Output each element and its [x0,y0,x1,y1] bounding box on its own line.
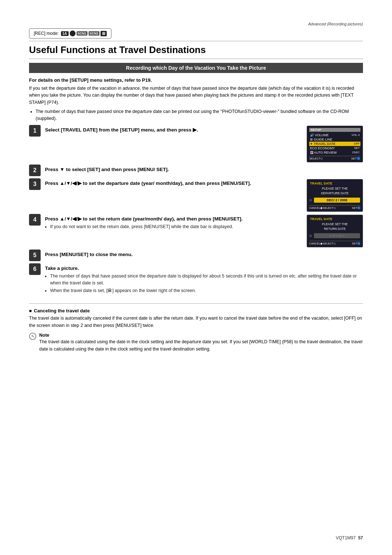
return-date-screen: TRAVEL DATE PLEASE SET THE RETURN DATE ⊙… [307,215,363,247]
icon-film: ⊞ [101,31,107,36]
icon-1a: 1A [61,31,69,36]
step-2-number: 2 [29,165,41,176]
setup-menu-screen: SETUP 🔊 VOLUMEVOL.3 ⊞ GUIDE LINE ✈ TRAVE… [307,126,363,162]
return-text2: RETURN DATE [309,227,360,231]
step-5-content: Press [MENU/SET] to close the menu. [45,250,363,258]
setup-row-travel: ✈ TRAVEL DATEOFF [309,142,360,146]
step-2-content: Press ▼ to select [SET] and then press [… [45,165,363,173]
bullet-list: The number of days that have passed sinc… [36,108,363,122]
departure-title: TRAVEL DATE [309,181,360,186]
setup-row-economy: ECO ECONOMYSET [309,146,360,150]
steps-area: 1 Select [TRAVEL DATE] from the [SETUP] … [29,125,363,299]
canceling-body: The travel date is automatically cancele… [29,315,363,329]
note-body1: The travel date is calculated using the … [39,339,363,353]
step-6-number: 6 [29,263,41,275]
canceling-header: Canceling the travel date [29,308,363,313]
departure-text1: PLEASE SET THE [309,187,360,190]
note-content: Note The travel date is calculated using… [39,333,363,355]
bold-intro: For details on the [SETUP] menu settings… [29,77,363,83]
footer-code: VQT1M97 [336,535,356,540]
return-text1: PLEASE SET THE [309,222,360,226]
rec-mode-label: [REC] mode: [34,31,59,36]
setup-menu-footer: SELECT◇ SET🔵 [309,156,360,160]
note-icon: ✎ [29,333,36,341]
departure-icon: ⊙ [309,198,312,202]
setup-footer-right: SET🔵 [351,157,360,160]
step-1-row: 1 Select [TRAVEL DATE] from the [SETUP] … [29,125,363,162]
section-header: Recording which Day of the Vacation You … [29,63,363,73]
icon-scn2: SCN2 [89,31,99,36]
step-6-sub-2: When the travel date is set, [🏛] appears… [50,287,363,294]
step-5-number: 5 [29,250,41,261]
step-2-row: 2 Press ▼ to select [SET] and then press… [29,165,363,176]
icon-scn1: SCN1 [77,31,87,36]
step-4-screenshot: TRAVEL DATE PLEASE SET THE RETURN DATE ⊙… [307,215,363,247]
departure-date-screen: TRAVEL DATE PLEASE SET THE DEPARTURE DAT… [307,179,363,212]
step-6-content: Take a picture. The number of days that … [45,263,363,297]
step-5-row: 5 Press [MENU/SET] to close the menu. [29,250,363,261]
return-footer-left: CANCEL◉SELECT◇ [309,242,336,245]
setup-row-autoreview: 🖼 AUTO REVIEW2SEC [309,150,360,155]
advanced-label: Advanced (Recording pictures) [29,22,363,26]
step-3-row: 3 Press ▲/▼/◀/▶ to set the departure dat… [29,178,363,212]
departure-date-value: DEC/ 2 / 2008 [314,198,360,203]
setup-menu-title: SETUP [309,128,360,132]
footer-page: 57 [358,535,363,540]
return-icon: ⊙ [309,234,312,238]
step-1-screenshot: SETUP 🔊 VOLUMEVOL.3 ⊞ GUIDE LINE ✈ TRAVE… [307,126,363,162]
step-6-row: 6 Take a picture. The number of days tha… [29,263,363,297]
rec-mode-bar: [REC] mode: 1A SCN1 SCN2 ⊞ [29,28,111,39]
section-divider [29,303,363,304]
step-1-main: Select [TRAVEL DATE] from the [SETUP] me… [45,126,302,134]
return-footer-right: SET🔵 [352,242,360,245]
page-title: Useful Functions at Travel Destinations [29,41,363,59]
setup-footer-left: SELECT◇ [309,157,323,160]
bullet-item-1: The number of days that have passed sinc… [36,108,363,122]
step-4-row: 4 Press ▲/▼/◀/▶ to set the return date (… [29,214,363,247]
step-3-content: Press ▲/▼/◀/▶ to set the departure date … [45,178,302,187]
step-4-sub-1: If you do not want to set the return dat… [50,223,302,230]
return-title: TRAVEL DATE [309,217,360,221]
departure-footer-right: SET🔵 [352,206,360,210]
step-4-main: Press ▲/▼/◀/▶ to set the return date (ye… [45,215,302,223]
step-1-number: 1 [29,125,41,137]
setup-row-guideline: ⊞ GUIDE LINE [309,137,360,142]
setup-row-volume: 🔊 VOLUMEVOL.3 [309,133,360,137]
step-6-sub-1: The number of days that have passed sinc… [50,273,363,287]
step-2-main: Press ▼ to select [SET] and then press [… [45,166,363,173]
note-section: ✎ Note The travel date is calculated usi… [29,333,363,355]
step-1-content: Select [TRAVEL DATE] from the [SETUP] me… [45,125,302,134]
return-date-value: — / — / — [314,233,360,238]
step-3-number: 3 [29,178,41,190]
step-5-main: Press [MENU/SET] to close the menu. [45,251,363,258]
note-label: Note [39,333,363,338]
step-6-main: Take a picture. [45,265,363,272]
return-footer: CANCEL◉SELECT◇ SET🔵 [309,241,360,245]
departure-footer-left: CANCEL◉SELECT◇ [309,206,336,210]
departure-text2: DEPARTURE DATE [309,191,360,195]
svg-text:✎: ✎ [31,334,34,339]
body-para1: If you set the departure date of the vac… [29,85,363,106]
step-6-subbullets: The number of days that have passed sinc… [50,273,363,294]
departure-footer: CANCEL◉SELECT◇ SET🔵 [309,205,360,210]
page-footer: VQT1M97 57 [336,535,363,540]
step-3-main: Press ▲/▼/◀/▶ to set the departure date … [45,180,302,187]
step-4-subbullets: If you do not want to set the return dat… [50,223,302,230]
step-4-number: 4 [29,214,41,226]
page: Advanced (Recording pictures) [REC] mode… [0,0,392,555]
step-4-content: Press ▲/▼/◀/▶ to set the return date (ye… [45,214,302,233]
step-3-screenshot: TRAVEL DATE PLEASE SET THE DEPARTURE DAT… [307,179,363,212]
rec-mode-icons: 1A SCN1 SCN2 ⊞ [61,31,107,36]
icon-circle [70,31,75,36]
